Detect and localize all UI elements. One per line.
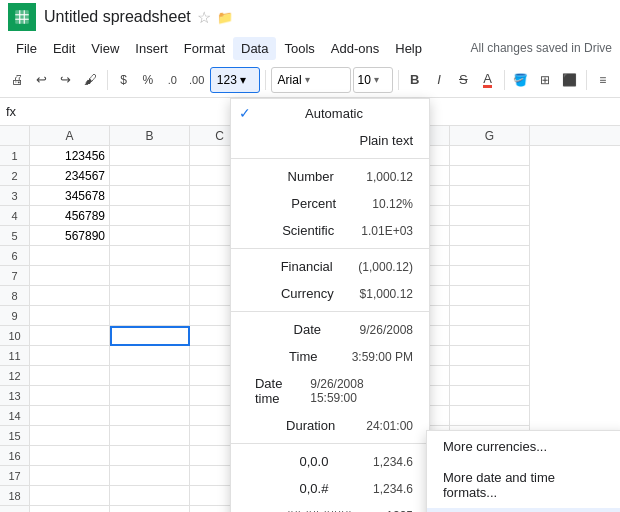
menu-edit[interactable]: Edit: [45, 37, 83, 60]
format-currency[interactable]: Currency $1,000.12: [231, 280, 429, 307]
cell-r9-c1[interactable]: [30, 306, 110, 326]
cell-r4-c7[interactable]: [450, 206, 530, 226]
cell-r5-c1[interactable]: 567890: [30, 226, 110, 246]
dollar-button[interactable]: $: [112, 66, 134, 94]
font-selector[interactable]: Arial ▾: [271, 67, 351, 93]
bold-button[interactable]: B: [403, 66, 425, 94]
cell-r12-c1[interactable]: [30, 366, 110, 386]
menu-file[interactable]: File: [8, 37, 45, 60]
col-header-g[interactable]: G: [450, 126, 530, 145]
font-size-selector[interactable]: 10 ▾: [353, 67, 393, 93]
more-date-time[interactable]: More date and time formats...: [427, 462, 620, 508]
strikethrough-button[interactable]: S: [452, 66, 474, 94]
cell-r10-c7[interactable]: [450, 326, 530, 346]
font-color-button[interactable]: A: [477, 66, 499, 94]
cell-r8-c2[interactable]: [110, 286, 190, 306]
cell-r8-c7[interactable]: [450, 286, 530, 306]
cell-r4-c2[interactable]: [110, 206, 190, 226]
fill-color-button[interactable]: 🪣: [510, 66, 532, 94]
cell-r2-c1[interactable]: 234567: [30, 166, 110, 186]
cell-r13-c1[interactable]: [30, 386, 110, 406]
cell-r15-c2[interactable]: [110, 426, 190, 446]
format-time[interactable]: Time 3:59:00 PM: [231, 343, 429, 370]
format-hashes[interactable]: ##.##.#### -1235: [231, 502, 429, 512]
percent-button[interactable]: %: [137, 66, 159, 94]
col-header-a[interactable]: A: [30, 126, 110, 145]
cell-r11-c1[interactable]: [30, 346, 110, 366]
format-duration[interactable]: Duration 24:01:00: [231, 412, 429, 439]
cell-r17-c2[interactable]: [110, 466, 190, 486]
col-header-b[interactable]: B: [110, 126, 190, 145]
italic-button[interactable]: I: [428, 66, 450, 94]
cell-r6-c2[interactable]: [110, 246, 190, 266]
folder-icon[interactable]: 📁: [217, 10, 233, 25]
decimal-decrease-button[interactable]: .0: [161, 66, 183, 94]
cell-r7-c1[interactable]: [30, 266, 110, 286]
cell-r3-c1[interactable]: 345678: [30, 186, 110, 206]
cell-r3-c7[interactable]: [450, 186, 530, 206]
align-button[interactable]: ≡: [592, 66, 614, 94]
cell-r9-c7[interactable]: [450, 306, 530, 326]
menu-view[interactable]: View: [83, 37, 127, 60]
format-00hash[interactable]: 0,0.# 1,234.6: [231, 475, 429, 502]
cell-r13-c7[interactable]: [450, 386, 530, 406]
cell-r3-c2[interactable]: [110, 186, 190, 206]
more-currencies[interactable]: More currencies...: [427, 431, 620, 462]
menu-addons[interactable]: Add-ons: [323, 37, 387, 60]
cell-r14-c1[interactable]: [30, 406, 110, 426]
format-selector[interactable]: 123 ▾: [210, 67, 260, 93]
print-button[interactable]: 🖨: [6, 66, 28, 94]
format-financial[interactable]: Financial (1,000.12): [231, 253, 429, 280]
cell-r7-c2[interactable]: [110, 266, 190, 286]
redo-button[interactable]: ↪: [55, 66, 77, 94]
borders-button[interactable]: ⊞: [534, 66, 556, 94]
cell-r16-c1[interactable]: [30, 446, 110, 466]
cell-r18-c2[interactable]: [110, 486, 190, 506]
cell-r6-c7[interactable]: [450, 246, 530, 266]
cell-r11-c7[interactable]: [450, 346, 530, 366]
cell-r7-c7[interactable]: [450, 266, 530, 286]
cell-r10-c1[interactable]: [30, 326, 110, 346]
merge-button[interactable]: ⬛: [558, 66, 580, 94]
cell-r5-c7[interactable]: [450, 226, 530, 246]
menu-tools[interactable]: Tools: [276, 37, 322, 60]
cell-r11-c2[interactable]: [110, 346, 190, 366]
format-scientific[interactable]: Scientific 1.01E+03: [231, 217, 429, 244]
format-000[interactable]: 0,0.0 1,234.6: [231, 448, 429, 475]
paint-format-button[interactable]: 🖌: [79, 66, 101, 94]
menu-insert[interactable]: Insert: [127, 37, 176, 60]
menu-help[interactable]: Help: [387, 37, 430, 60]
spreadsheet-title[interactable]: Untitled spreadsheet: [44, 8, 191, 26]
format-date[interactable]: Date 9/26/2008: [231, 316, 429, 343]
cell-r19-c2[interactable]: [110, 506, 190, 512]
cell-r12-c2[interactable]: [110, 366, 190, 386]
decimal-increase-button[interactable]: .00: [185, 66, 207, 94]
cell-r1-c7[interactable]: [450, 146, 530, 166]
cell-r18-c1[interactable]: [30, 486, 110, 506]
cell-r19-c1[interactable]: [30, 506, 110, 512]
cell-r15-c1[interactable]: [30, 426, 110, 446]
cell-r12-c7[interactable]: [450, 366, 530, 386]
format-datetime[interactable]: Date time 9/26/2008 15:59:00: [231, 370, 429, 412]
cell-r8-c1[interactable]: [30, 286, 110, 306]
cell-r13-c2[interactable]: [110, 386, 190, 406]
cell-r1-c2[interactable]: [110, 146, 190, 166]
cell-r10-c2[interactable]: [110, 326, 190, 346]
cell-r14-c2[interactable]: [110, 406, 190, 426]
format-percent[interactable]: Percent 10.12%: [231, 190, 429, 217]
cell-r14-c7[interactable]: [450, 406, 530, 426]
menu-data[interactable]: Data: [233, 37, 276, 60]
cell-r2-c7[interactable]: [450, 166, 530, 186]
format-plain-text[interactable]: Plain text: [231, 127, 429, 154]
undo-button[interactable]: ↩: [30, 66, 52, 94]
cell-r2-c2[interactable]: [110, 166, 190, 186]
menu-format[interactable]: Format: [176, 37, 233, 60]
cell-r1-c1[interactable]: 123456: [30, 146, 110, 166]
format-number[interactable]: Number 1,000.12: [231, 163, 429, 190]
cell-r5-c2[interactable]: [110, 226, 190, 246]
star-button[interactable]: ☆: [197, 8, 211, 27]
cell-r17-c1[interactable]: [30, 466, 110, 486]
format-automatic[interactable]: ✓ Automatic: [231, 99, 429, 127]
cell-r6-c1[interactable]: [30, 246, 110, 266]
cell-r4-c1[interactable]: 456789: [30, 206, 110, 226]
